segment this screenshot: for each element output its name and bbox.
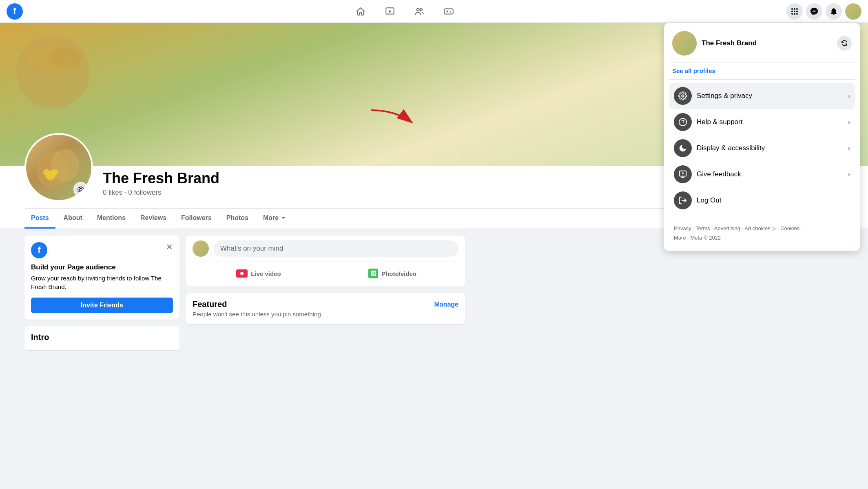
svg-point-17 <box>49 47 82 68</box>
svg-point-15 <box>796 13 798 15</box>
svg-point-2 <box>417 8 420 11</box>
help-chevron: › <box>848 118 850 126</box>
svg-point-5 <box>450 10 451 11</box>
featured-subtitle: People won't see this unless you pin som… <box>193 311 458 318</box>
live-icon <box>236 269 248 278</box>
display-icon-container <box>674 139 692 157</box>
question-icon <box>678 118 687 127</box>
feedback-label: Give feedback <box>697 170 843 178</box>
svg-point-10 <box>791 11 793 12</box>
footer-terms-link[interactable]: Terms <box>695 225 710 231</box>
dropdown-divider-3 <box>669 217 855 217</box>
nav-left: f <box>7 3 23 20</box>
groups-nav-button[interactable] <box>406 2 432 21</box>
facebook-icon: f <box>31 242 47 258</box>
logout-label: Log Out <box>697 196 850 204</box>
user-avatar-button[interactable] <box>845 3 861 20</box>
post-input[interactable]: What's on your mind <box>214 240 458 257</box>
settings-icon-container <box>674 87 692 105</box>
dropdown-divider-2 <box>669 79 855 80</box>
refresh-profile-button[interactable] <box>837 36 852 51</box>
svg-point-8 <box>794 8 795 10</box>
invite-friends-button[interactable]: Invite Friends <box>31 298 173 313</box>
footer-cookies-link[interactable]: Cookies <box>780 225 799 231</box>
tab-about[interactable]: About <box>57 209 89 229</box>
post-actions: Live video 🖼 Photo/video <box>193 262 458 282</box>
chevron-down-icon <box>280 215 287 221</box>
footer-advertising-link[interactable]: Advertising <box>714 225 740 231</box>
manage-link[interactable]: Manage <box>434 301 458 308</box>
display-chevron: › <box>848 144 850 152</box>
svg-point-9 <box>796 8 798 10</box>
nav-center <box>348 2 462 21</box>
dropdown-footer: Privacy · Terms · Advertising · Ad choic… <box>669 220 855 246</box>
tab-followers[interactable]: Followers <box>175 209 218 229</box>
dropdown-profile-name: The Fresh Brand <box>702 39 832 47</box>
svg-point-23 <box>51 169 58 176</box>
settings-chevron: › <box>848 92 850 100</box>
footer-more-link[interactable]: More <box>674 235 686 241</box>
moon-icon <box>678 144 687 153</box>
menu-item-display[interactable]: Display & accessibility › <box>669 135 855 161</box>
account-dropdown: The Fresh Brand See all profiles Setting… <box>664 23 860 251</box>
messenger-button[interactable] <box>806 3 822 20</box>
menu-item-feedback[interactable]: Give feedback › <box>669 161 855 187</box>
dropdown-divider-1 <box>669 62 855 62</box>
profile-avatar <box>24 133 93 202</box>
tab-more[interactable]: More <box>257 209 293 229</box>
menu-item-help[interactable]: Help & support › <box>669 109 855 135</box>
poster-avatar <box>193 240 209 257</box>
see-all-profiles-link[interactable]: See all profiles <box>669 66 855 76</box>
dropdown-profile-row[interactable]: The Fresh Brand <box>669 28 855 59</box>
watch-nav-button[interactable] <box>377 2 403 21</box>
tab-mentions[interactable]: Mentions <box>91 209 132 229</box>
build-audience-card: f ✕ Build your Page audience Grow your r… <box>24 236 179 320</box>
svg-rect-4 <box>444 9 453 14</box>
tab-photos[interactable]: Photos <box>220 209 255 229</box>
audience-card-description: Grow your reach by inviting friends to f… <box>31 274 173 291</box>
photo-label: Photo/video <box>381 270 416 277</box>
footer-adchoices-link[interactable]: Ad choices <box>744 225 771 231</box>
post-composer: What's on your mind Live video 🖼 Photo/v… <box>186 236 465 287</box>
menu-item-logout[interactable]: Log Out <box>669 187 855 213</box>
featured-card: Featured Manage People won't see this un… <box>186 293 465 324</box>
home-nav-button[interactable] <box>348 2 374 21</box>
svg-point-24 <box>80 189 82 191</box>
featured-title: Featured <box>193 300 227 309</box>
gear-icon <box>678 91 687 100</box>
main-content: f ✕ Build your Page audience Grow your r… <box>0 229 489 357</box>
svg-point-7 <box>791 8 793 10</box>
feedback-chevron: › <box>848 171 850 178</box>
svg-point-6 <box>450 11 451 12</box>
photo-icon: 🖼 <box>368 269 378 278</box>
live-video-button[interactable]: Live video <box>193 265 325 282</box>
notifications-button[interactable] <box>826 3 842 20</box>
facebook-logo[interactable]: f <box>7 3 23 20</box>
feedback-icon-container <box>674 165 692 183</box>
dropdown-avatar <box>672 31 697 56</box>
close-audience-card-button[interactable]: ✕ <box>166 242 173 252</box>
right-column: What's on your mind Live video 🖼 Photo/v… <box>186 236 465 350</box>
settings-label: Settings & privacy <box>697 92 843 100</box>
flag-icon <box>678 170 687 179</box>
audience-card-title: Build your Page audience <box>31 263 173 271</box>
svg-point-14 <box>794 13 795 15</box>
footer-privacy-link[interactable]: Privacy <box>674 225 691 231</box>
photo-video-button[interactable]: 🖼 Photo/video <box>326 265 458 282</box>
gaming-nav-button[interactable] <box>436 2 462 21</box>
help-label: Help & support <box>697 118 843 126</box>
help-icon-container <box>674 113 692 131</box>
svg-marker-1 <box>389 10 391 13</box>
nav-right <box>786 3 861 20</box>
change-photo-button[interactable] <box>73 182 88 197</box>
live-label: Live video <box>251 270 281 277</box>
menu-item-settings[interactable]: Settings & privacy › <box>669 83 855 109</box>
apps-button[interactable] <box>786 3 803 20</box>
tab-reviews[interactable]: Reviews <box>134 209 173 229</box>
logout-icon-container <box>674 191 692 209</box>
svg-point-26 <box>682 95 684 97</box>
svg-point-22 <box>43 169 50 176</box>
intro-card: Intro <box>24 326 179 350</box>
post-input-row: What's on your mind <box>193 240 458 257</box>
tab-posts[interactable]: Posts <box>24 209 55 229</box>
